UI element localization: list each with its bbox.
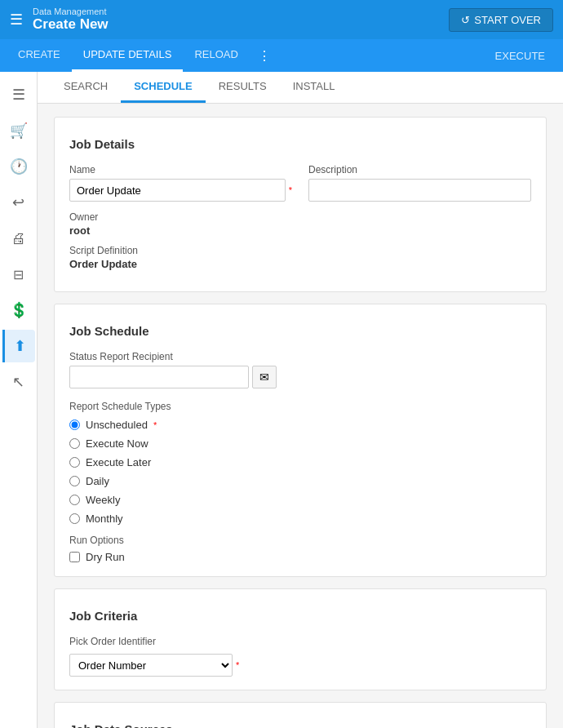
start-over-label: START OVER (474, 14, 541, 26)
description-group: Description (308, 164, 531, 202)
name-description-row: Name * Description (69, 164, 531, 202)
sidebar-item-history[interactable]: ↩ (2, 186, 35, 219)
schedule-radio-group: Unscheduled * Execute Now Execute Later (69, 419, 531, 525)
email-icon-button[interactable]: ✉ (252, 366, 277, 388)
sidebar-item-print[interactable]: 🖨 (2, 222, 35, 255)
owner-label: Owner (69, 211, 531, 223)
name-required: * (289, 185, 292, 195)
status-report-label: Status Report Recipient (69, 351, 531, 362)
layout: ☰ 🛒 🕐 ↩ 🖨 ⊟ 💲 ⬆ ↖ SEARCH SCHEDULE RESULT… (0, 72, 563, 728)
refresh-icon: ↺ (461, 14, 470, 26)
nav-execute[interactable]: EXECUTE (484, 50, 556, 62)
run-options-label: Run Options (69, 535, 531, 546)
sidebar-item-cart[interactable]: 🛒 (2, 114, 35, 147)
tab-schedule[interactable]: SCHEDULE (121, 72, 206, 103)
sidebar-item-clock[interactable]: 🕐 (2, 150, 35, 183)
job-criteria-title: Job Criteria (69, 609, 531, 623)
sidebar-item-menu[interactable]: ☰ (2, 78, 35, 111)
radio-daily[interactable]: Daily (69, 475, 531, 487)
owner-value: root (69, 224, 531, 237)
pick-order-required: * (236, 660, 239, 670)
status-report-input-row: ✉ (69, 366, 531, 388)
dry-run-checkbox-row[interactable]: Dry Run (69, 551, 531, 563)
pick-order-group: Pick Order Identifier Order Number PO Nu… (69, 636, 531, 677)
dry-run-label: Dry Run (86, 551, 125, 563)
tab-search[interactable]: SEARCH (51, 72, 121, 103)
job-data-sources-title: Job Data Sources (69, 722, 531, 728)
radio-monthly[interactable]: Monthly (69, 513, 531, 525)
module-name: Data Management (33, 7, 109, 16)
radio-weekly[interactable]: Weekly (69, 494, 531, 506)
start-over-button[interactable]: ↺ START OVER (449, 8, 553, 32)
report-schedule-label: Report Schedule Types (69, 401, 171, 412)
nav-more-icon[interactable]: ⋮ (251, 48, 277, 64)
job-criteria-section: Job Criteria Pick Order Identifier Order… (54, 588, 547, 690)
nav-update-details[interactable]: UPDATE DETAILS (72, 39, 184, 72)
sidebar-item-print2[interactable]: ⊟ (2, 258, 35, 291)
radio-unscheduled[interactable]: Unscheduled * (69, 419, 531, 431)
sidebar-item-export[interactable]: ↖ (2, 366, 35, 398)
run-options-section: Run Options Dry Run (69, 535, 531, 563)
script-definition-row: Script Definition Order Update (69, 245, 531, 270)
weekly-label: Weekly (86, 494, 120, 506)
daily-label: Daily (86, 475, 109, 487)
schedule-types-group: Report Schedule Types Unscheduled * Exec… (69, 400, 531, 525)
dry-run-checkbox[interactable] (69, 552, 80, 562)
tab-results[interactable]: RESULTS (206, 72, 280, 103)
execute-later-label: Execute Later (86, 456, 151, 468)
name-group: Name * (69, 164, 292, 202)
description-input[interactable] (308, 179, 531, 202)
top-header: ☰ Data Management Create New ↺ START OVE… (0, 0, 563, 39)
content-area: Job Details Name * Description (38, 104, 563, 728)
nav-bar: CREATE UPDATE DETAILS RELOAD ⋮ EXECUTE (0, 39, 563, 72)
nav-reload[interactable]: RELOAD (183, 39, 249, 72)
nav-create[interactable]: CREATE (7, 39, 72, 72)
pick-order-select[interactable]: Order Number PO Number Sales Order (69, 654, 233, 677)
description-label: Description (308, 164, 531, 175)
unscheduled-label: Unscheduled (86, 419, 148, 431)
status-report-group: Status Report Recipient ✉ (69, 351, 531, 388)
page-title: Create New (33, 16, 109, 33)
header-title: Data Management Create New (33, 7, 109, 33)
main-content: SEARCH SCHEDULE RESULTS INSTALL Job Deta… (38, 72, 563, 728)
job-schedule-title: Job Schedule (69, 324, 531, 338)
tabs-bar: SEARCH SCHEDULE RESULTS INSTALL (38, 72, 563, 104)
job-details-title: Job Details (69, 137, 531, 151)
status-report-input[interactable] (69, 366, 249, 388)
job-schedule-section: Job Schedule Status Report Recipient ✉ R… (54, 304, 547, 577)
menu-icon[interactable]: ☰ (10, 11, 23, 29)
radio-execute-now[interactable]: Execute Now (69, 437, 531, 450)
job-details-section: Job Details Name * Description (54, 117, 547, 292)
radio-execute-later[interactable]: Execute Later (69, 456, 531, 468)
monthly-label: Monthly (86, 513, 123, 525)
name-label: Name (69, 164, 292, 175)
script-definition-value: Order Update (69, 258, 531, 270)
sidebar: ☰ 🛒 🕐 ↩ 🖨 ⊟ 💲 ⬆ ↖ (0, 72, 38, 728)
sidebar-item-upload[interactable]: ⬆ (2, 330, 35, 362)
script-definition-label: Script Definition (69, 245, 531, 256)
pick-order-label: Pick Order Identifier (69, 636, 531, 647)
execute-now-label: Execute Now (86, 437, 149, 450)
unscheduled-required: * (153, 420, 157, 430)
tab-install[interactable]: INSTALL (280, 72, 348, 103)
sidebar-item-currency[interactable]: 💲 (2, 294, 35, 326)
owner-row: Owner root (69, 211, 531, 237)
job-data-sources-section: Job Data Sources Name Source Location De… (54, 702, 547, 728)
name-input[interactable] (69, 179, 286, 202)
